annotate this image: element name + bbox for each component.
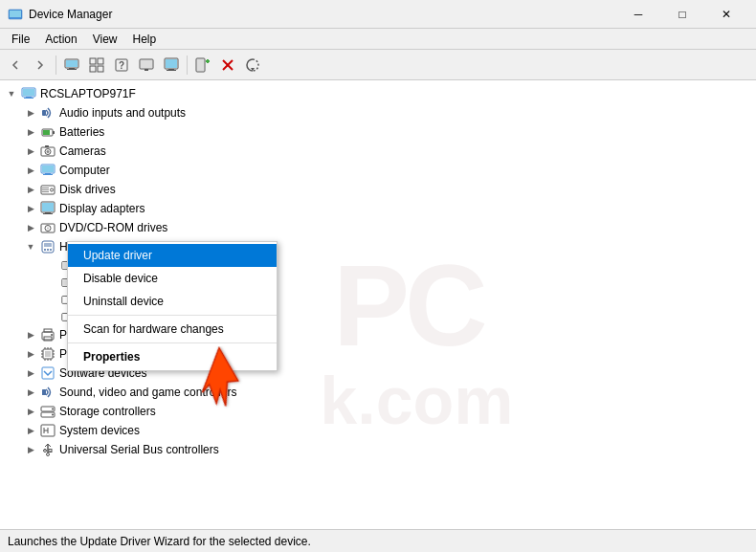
expand-icon-display: ▶ [23, 201, 38, 216]
expand-icon-processors: ▶ [23, 346, 38, 362]
svg-rect-10 [90, 66, 96, 72]
expand-icon-cameras: ▶ [23, 144, 38, 159]
back-button[interactable] [4, 54, 27, 77]
status-bar: Launches the Update Driver Wizard for th… [0, 529, 756, 552]
scan-btn[interactable] [241, 54, 264, 77]
svg-rect-9 [98, 58, 103, 64]
expand-icon-software: ▶ [23, 365, 38, 381]
add-hardware-btn[interactable] [191, 54, 214, 77]
svg-point-42 [51, 188, 54, 191]
maximize-button[interactable]: □ [660, 0, 704, 29]
cameras-icon [40, 144, 56, 159]
menu-view[interactable]: View [85, 31, 125, 48]
toolbar-separator-1 [56, 55, 56, 75]
svg-rect-83 [42, 389, 46, 395]
svg-rect-18 [166, 59, 177, 68]
tree-root[interactable]: ▼ RCSLAPTOP971F [0, 84, 756, 103]
tree-item-computer[interactable]: ▶ Computer [0, 161, 756, 180]
svg-rect-8 [90, 58, 96, 64]
svg-point-52 [47, 228, 49, 230]
context-menu-separator [68, 315, 277, 316]
storage-icon [40, 404, 56, 419]
device-manager-btn[interactable] [135, 54, 158, 77]
expand-icon-usb: ▶ [23, 442, 38, 457]
batteries-label: Batteries [59, 125, 104, 139]
context-menu-separator-2 [68, 342, 277, 343]
dvd-icon [40, 220, 56, 235]
software-icon [40, 365, 56, 381]
usb-icon [40, 442, 56, 457]
expand-icon-storage: ▶ [23, 404, 38, 419]
context-menu-scan[interactable]: Scan for hardware changes [68, 318, 277, 341]
storage-label: Storage controllers [59, 405, 156, 418]
menu-file[interactable]: File [4, 31, 37, 48]
tree-item-storage[interactable]: ▶ Storage controllers [0, 402, 756, 421]
expand-icon-dvd: ▶ [23, 220, 38, 235]
svg-rect-22 [197, 59, 204, 71]
svg-rect-3 [11, 18, 20, 19]
svg-rect-54 [44, 243, 52, 247]
svg-rect-65 [44, 329, 52, 332]
tree-item-system[interactable]: ▶ System devices [0, 421, 756, 440]
tree-item-cameras[interactable]: ▶ Cameras [0, 142, 756, 161]
computer-icon [40, 163, 56, 178]
root-label: RCSLAPTOP971F [40, 87, 136, 100]
tree-item-sound[interactable]: ▶ Sound, video and game controllers [0, 383, 756, 402]
expand-icon-sound: ▶ [23, 385, 38, 400]
svg-rect-2 [11, 17, 19, 18]
svg-rect-28 [24, 98, 33, 99]
context-menu-update-driver[interactable]: Update driver [68, 244, 277, 267]
svg-rect-16 [145, 69, 148, 71]
tree-item-dvd[interactable]: ▶ DVD/CD-ROM drives [0, 218, 756, 237]
svg-rect-40 [43, 174, 53, 175]
svg-point-67 [51, 334, 53, 336]
close-button[interactable]: ✕ [704, 0, 748, 29]
context-menu-properties[interactable]: Properties [68, 345, 277, 368]
expand-icon-batteries: ▶ [23, 124, 38, 140]
batteries-icon [40, 124, 56, 140]
toolbar-separator-2 [187, 55, 188, 75]
menu-help[interactable]: Help [125, 31, 165, 48]
window-icon [8, 7, 23, 22]
tree-item-usb[interactable]: ▶ Universal Serial Bus controllers [0, 440, 756, 459]
print-icon [40, 327, 56, 342]
no-expand-hid-sub3 [42, 292, 57, 307]
title-bar: Device Manager ─ □ ✕ [0, 0, 756, 29]
svg-rect-39 [45, 173, 51, 174]
svg-rect-29 [42, 110, 46, 116]
forward-button[interactable] [29, 54, 52, 77]
svg-rect-7 [67, 69, 77, 70]
svg-rect-11 [98, 66, 103, 72]
tree-item-batteries[interactable]: ▶ Batteries [0, 122, 756, 142]
svg-rect-27 [26, 97, 32, 98]
cameras-label: Cameras [59, 144, 106, 158]
uninstall-btn[interactable] [216, 54, 239, 77]
computer-label: Computer [59, 164, 110, 177]
system-icon [40, 423, 56, 438]
tree-item-disk[interactable]: ▶ Disk drives [0, 180, 756, 199]
svg-rect-45 [42, 191, 49, 192]
help-btn[interactable]: ? [110, 54, 133, 77]
show-hidden-btn[interactable] [85, 54, 108, 77]
expand-icon-hid: ▼ [23, 239, 38, 254]
sound-icon [40, 385, 56, 400]
minimize-button[interactable]: ─ [616, 0, 660, 29]
window-title: Device Manager [29, 8, 616, 21]
status-text: Launches the Update Driver Wizard for th… [8, 535, 311, 548]
no-expand-hid-sub2 [42, 275, 57, 290]
tree-item-display[interactable]: ▶ Display adapters [0, 199, 756, 218]
svg-rect-48 [45, 212, 51, 213]
monitor-btn[interactable] [160, 54, 183, 77]
svg-rect-5 [66, 60, 78, 67]
audio-icon [40, 105, 56, 121]
svg-point-86 [52, 408, 54, 410]
context-menu-disable-device[interactable]: Disable device [68, 267, 277, 290]
sound-label: Sound, video and game controllers [59, 386, 236, 399]
svg-rect-15 [141, 60, 152, 68]
computer-icon-btn[interactable] [60, 54, 83, 77]
svg-rect-82 [42, 367, 54, 379]
tree-item-audio[interactable]: ▶ Audio inputs and outputs [0, 103, 756, 122]
menu-action[interactable]: Action [37, 31, 84, 48]
usb-label: Universal Serial Bus controllers [59, 443, 219, 456]
context-menu-uninstall-device[interactable]: Uninstall device [68, 290, 277, 313]
